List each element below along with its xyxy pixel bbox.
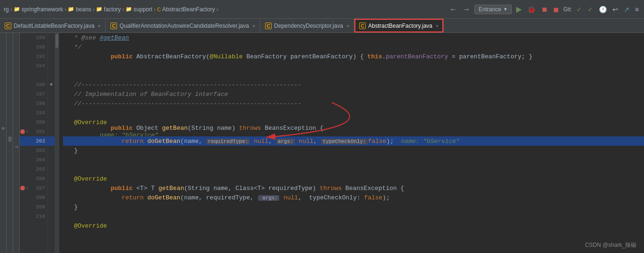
breadcrumb-class: AbstractBeanFactory	[162, 6, 215, 13]
undo-button[interactable]: ↩	[611, 5, 620, 14]
code-line-empty1	[63, 71, 644, 80]
line-num-202: 202	[29, 138, 47, 144]
line-row-191: 191	[20, 52, 47, 61]
tab-dependencydescriptor[interactable]: C DependencyDescriptor.java ×	[260, 19, 354, 32]
code-line-208: return doGetBean(name, requiredType, arg…	[63, 193, 644, 202]
scroll-indicator[interactable]	[55, 33, 59, 253]
tab-icon-c4: C	[359, 23, 366, 29]
line-num-196: 196	[29, 82, 47, 87]
code-area[interactable]: * @see #getBean */ public AbstractBeanFa…	[59, 33, 644, 253]
tab-label: DefaultListableBeanFactory.java	[14, 23, 94, 29]
left-panel-a: a	[0, 33, 7, 253]
fold-row-194	[48, 61, 55, 71]
toolbar: rg › 📁 springframework › 📁 beans › 📁 fac…	[0, 0, 644, 19]
line-num-200: 200	[29, 119, 47, 125]
line-num-210: 210	[29, 213, 47, 219]
fold-row-196[interactable]: ▼	[48, 80, 55, 89]
breakpoint-m-icon	[20, 129, 25, 134]
close-icon[interactable]: ×	[98, 23, 101, 29]
breadcrumb-sep5: ›	[154, 6, 156, 13]
breadcrumb-sep4: ›	[122, 6, 124, 13]
fold-gutter: ▼	[48, 33, 55, 253]
tab-bar: C DefaultListableBeanFactory.java × C Qu…	[0, 19, 644, 33]
scroll-thumb	[55, 34, 58, 48]
line-num-194: 194	[29, 63, 47, 69]
menu-button[interactable]: ≡	[634, 5, 640, 14]
tab-icon-c: C	[5, 23, 11, 29]
left-panel-text-a: a	[0, 127, 6, 130]
breadcrumb-root: rg	[4, 6, 9, 13]
fold-row-205	[48, 165, 55, 174]
tab-icon-c3: C	[265, 23, 272, 29]
left-panel-text-r: r	[14, 146, 19, 149]
share-button[interactable]: ↗	[622, 5, 631, 14]
line-num-199: 199	[29, 110, 47, 116]
left-panel-r: r	[13, 33, 20, 253]
breadcrumb-sep2: ›	[64, 6, 66, 13]
breadcrumb-support: support	[134, 6, 152, 13]
arrow-up-icon: ↑	[26, 129, 29, 134]
forward-button[interactable]: →	[461, 4, 471, 15]
git-check2-button[interactable]: ✓	[586, 5, 595, 14]
code-lines: * @see #getBean */ public AbstractBeanFa…	[59, 33, 644, 230]
line-num-189: 189	[29, 35, 47, 40]
run-button[interactable]: ▶	[515, 4, 523, 15]
tab-abstractbeanfactory[interactable]: C AbstractBeanFactory.java ×	[354, 19, 444, 32]
git-history-button[interactable]: 🕐	[597, 5, 608, 14]
fold-row-198	[48, 99, 55, 108]
breadcrumb-folder-icon3: 📁	[96, 6, 102, 12]
fold-row-empty	[48, 71, 55, 80]
toolbar-right: ← → Entrance ▼ ▶ 🐞 ⏹ ◼ Git: ✓ ✓ 🕐 ↩ ↗ ≡	[448, 4, 640, 15]
line-row-201: ↑ 201	[20, 127, 47, 136]
fold-row-206	[48, 174, 55, 183]
breadcrumb-factory: factory	[104, 6, 121, 13]
tab-label2: QualifierAnnotationAutowireCandidateReso…	[119, 23, 249, 29]
entrance-dropdown[interactable]: Entrance ▼	[474, 5, 512, 14]
code-text-189: * @see #getBean	[63, 34, 129, 41]
line-num-206: 206	[29, 176, 47, 182]
line-row-199: 199	[20, 108, 47, 118]
arrow-up-icon2: ↑	[26, 186, 29, 191]
tab-qualifierannotation[interactable]: C QualifierAnnotationAutowireCandidateRe…	[106, 19, 260, 32]
breadcrumb-springframework: springframework	[22, 6, 63, 13]
line-row-196: 196	[20, 80, 47, 89]
line-num-198: 198	[29, 101, 47, 106]
line-num-201: 201	[29, 129, 47, 134]
coverage-button[interactable]: ◼	[552, 5, 560, 14]
line-row-202: 202	[20, 136, 47, 146]
tab-label4: AbstractBeanFactory.java	[368, 23, 432, 29]
breadcrumb-folder-icon4: 📁	[126, 6, 132, 12]
left-panel-text-de: de	[7, 136, 12, 142]
fold-row-200	[48, 118, 55, 127]
close-icon3[interactable]: ×	[346, 23, 349, 29]
close-icon2[interactable]: ×	[252, 23, 255, 29]
fold-row-207	[48, 183, 55, 193]
back-button[interactable]: ←	[448, 4, 458, 15]
close-icon4[interactable]: ×	[436, 23, 439, 29]
debug-button[interactable]: 🐞	[526, 5, 537, 14]
breadcrumb-folder-icon2: 📁	[68, 6, 74, 12]
stop-button[interactable]: ⏹	[540, 5, 549, 14]
code-line-204	[63, 155, 644, 165]
tab-defaultlistablebean[interactable]: C DefaultListableBeanFactory.java ×	[0, 19, 106, 32]
line-num-204: 204	[29, 157, 47, 163]
code-line-196: //--------------------------------------…	[63, 80, 644, 89]
code-line-203: }	[63, 146, 644, 155]
left-panel-de: de	[7, 33, 13, 253]
watermark: CSDN @shark_辣椒	[585, 241, 636, 249]
git-check1-button[interactable]: ✓	[575, 5, 583, 14]
editor-area: a de r 189 190 191 194	[0, 33, 644, 253]
line-row-205: 205	[20, 165, 47, 174]
line-row-190: 190	[20, 42, 47, 52]
code-line-189: * @see #getBean	[63, 33, 644, 42]
fold-row-209	[48, 202, 55, 212]
line-row-189: 189	[20, 33, 47, 42]
breadcrumb-folder-icon: 📁	[14, 6, 20, 12]
fold-row-199	[48, 108, 55, 118]
line-row-206: 206	[20, 174, 47, 183]
fold-row-201	[48, 127, 55, 136]
code-text-211: @Override	[63, 222, 107, 229]
breakpoint-m-icon2	[20, 186, 25, 190]
line-row-194: 194	[20, 61, 47, 71]
line-num-190: 190	[29, 44, 47, 50]
